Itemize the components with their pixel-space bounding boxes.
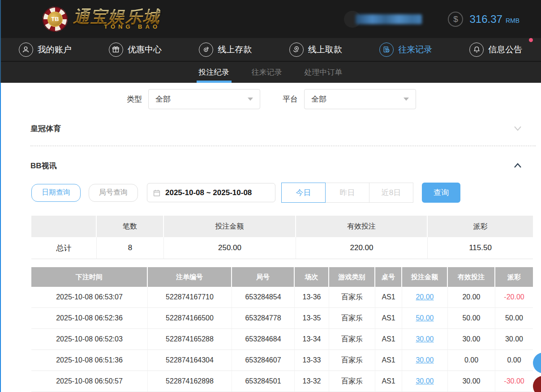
valid-bet-cell: 30.00 [448,371,495,392]
summary-bet-amount-value: 250.00 [164,237,296,259]
filter-row: 类型 全部 平台 全部 [127,89,541,109]
tab-bet-records[interactable]: 投注纪录 [199,62,229,83]
withdraw-icon [289,43,304,57]
bet-amount-link[interactable]: 30.00 [416,377,434,385]
table-row: 2025-10-08 06:51:36522874164304653284607… [31,350,533,371]
game-type-cell: 百家乐 [329,371,375,392]
bet-amount-link[interactable]: 30.00 [416,356,434,364]
table-id-cell: AS1 [375,308,402,329]
window-edge-strip [0,83,1,392]
summary-header-count: 笔数 [97,216,164,237]
table-row: 2025-10-08 06:52:03522874165288653284684… [31,329,533,350]
summary-header-blank [31,216,97,237]
game-type-cell: 百家乐 [329,287,375,308]
date-query-button[interactable]: 日期查询 [31,184,81,202]
header-round-id: 局号 [232,267,295,287]
table-row: 2025-10-08 06:50:57522874162898653284501… [31,371,533,392]
casino-chip-icon: TB [43,7,68,32]
order-id-cell: 522874162898 [148,371,232,392]
chevron-up-icon[interactable] [512,160,523,171]
type-select-value: 全部 [155,94,171,104]
valid-bet-cell: 20.00 [448,287,495,308]
top-bar: TB 通宝娱乐城 TONG BAO $ 316.37 RMB [0,0,541,38]
payout-cell: 30.00 [495,329,533,350]
header-session: 场次 [295,267,329,287]
payout-cell: 0.00 [495,350,533,371]
query-controls: 日期查询 局号查询 2025-10-08 ~ 2025-10-08 今日 昨日 … [31,183,541,203]
header-game-type: 游戏类别 [329,267,375,287]
header-order-id: 注单编号 [148,267,232,287]
bet-records-table: 下注时间 注单编号 局号 场次 游戏类别 桌号 投注金额 有效投注 派彩 202… [31,267,533,392]
nav-label: 信息公告 [488,44,522,55]
bet-time-cell: 2025-10-08 06:52:03 [31,329,148,350]
chevron-down-icon [248,98,253,101]
session-cell: 13-36 [295,287,329,308]
round-query-button[interactable]: 局号查询 [89,184,138,202]
page: TB 通宝娱乐城 TONG BAO $ 316.37 RMB 我的账户 [0,0,541,392]
brand-latin: TONG BAO [73,23,160,30]
search-button[interactable]: 查询 [422,183,460,203]
yesterday-button[interactable]: 昨日 [325,183,369,203]
nav-item-withdraw[interactable]: 线上取款 [270,43,361,57]
floating-chat-button[interactable] [533,353,541,373]
section-crown-sports[interactable]: 皇冠体育 [30,123,523,134]
record-tabs: 投注纪录 往来记录 处理中订单 [0,61,541,83]
platform-select[interactable]: 全部 [304,89,416,109]
user-area[interactable] [344,11,422,28]
summary-total-row: 总计 8 250.00 220.00 115.50 [31,237,533,259]
header-payout: 派彩 [495,267,533,287]
summary-header-row: 笔数 投注金额 有效投注 派彩 [31,216,533,237]
nav-item-records[interactable]: 往来记录 [361,43,451,57]
bet-amount-link[interactable]: 30.00 [416,335,434,343]
table-id-cell: AS1 [375,287,402,308]
nav-item-deposit[interactable]: 线上存款 [180,43,270,57]
section-bb-live[interactable]: BB视讯 [30,160,523,171]
game-type-cell: 百家乐 [329,308,375,329]
today-button[interactable]: 今日 [281,183,326,203]
payout-cell: 50.00 [495,308,533,329]
balance-amount: 316.37 [469,13,502,26]
bet-amount-link-cell[interactable]: 20.00 [402,287,448,308]
date-range-input[interactable]: 2025-10-08 ~ 2025-10-08 [147,183,275,202]
order-id-cell: 522874164304 [148,350,232,371]
brand-logo[interactable]: TB 通宝娱乐城 TONG BAO [43,7,160,32]
bet-amount-link-cell[interactable]: 50.00 [402,308,448,329]
username-blurred [356,14,422,24]
type-select[interactable]: 全部 [148,89,260,109]
notification-dot [529,38,533,42]
bet-amount-link[interactable]: 20.00 [416,293,434,301]
tab-pending-orders[interactable]: 处理中订单 [305,62,343,83]
wallet-balance[interactable]: $ 316.37 RMB [448,12,520,27]
header-bet-time: 下注时间 [31,267,148,287]
bell-icon [469,43,484,57]
summary-header-payout: 派彩 [428,216,533,237]
quick-date-group: 今日 昨日 近8日 [281,183,413,203]
bet-amount-link-cell[interactable]: 30.00 [402,371,448,392]
summary-payout-value: 115.50 [428,237,533,259]
bet-amount-link-cell[interactable]: 30.00 [402,329,448,350]
game-type-cell: 百家乐 [329,329,375,350]
nav-label: 线上取款 [308,44,342,55]
nav-label: 往来记录 [398,44,432,55]
bet-amount-link[interactable]: 50.00 [416,314,434,322]
floating-service-button[interactable] [533,376,541,392]
records-icon [379,43,394,57]
order-id-cell: 522874165288 [148,329,232,350]
balance-currency: RMB [506,14,520,24]
tab-transaction-records[interactable]: 往来记录 [252,62,282,83]
bet-amount-link-cell[interactable]: 30.00 [402,350,448,371]
brand-name: 通宝娱乐城 [73,9,160,25]
round-id-cell: 653284854 [232,287,295,308]
nav-item-my-account[interactable]: 我的账户 [0,43,90,57]
date-range-value: 2025-10-08 ~ 2025-10-08 [165,188,252,197]
nav-item-announcements[interactable]: 信息公告 [451,43,541,57]
dollar-circle-icon: $ [448,12,463,27]
section-divider [30,145,536,146]
nav-item-promotions[interactable]: 优惠中心 [90,43,180,57]
calendar-icon [153,189,161,197]
table-id-cell: AS1 [375,371,402,392]
user-icon [19,43,33,57]
chevron-down-icon[interactable] [512,123,523,134]
last-8-days-button[interactable]: 近8日 [369,183,413,203]
table-row: 2025-10-08 06:53:07522874167710653284854… [31,287,533,308]
